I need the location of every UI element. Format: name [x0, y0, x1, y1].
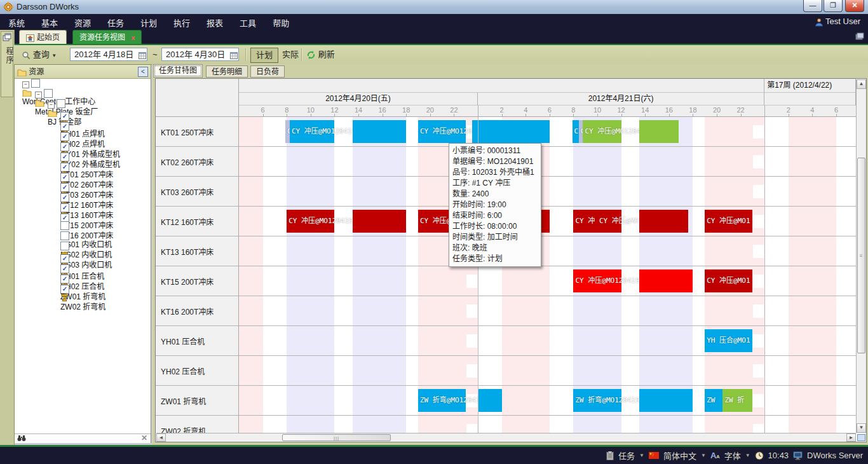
program-panel-tab[interactable]: 程序 — [1, 31, 13, 97]
tree-item[interactable]: ✓KT13 160T冲床 — [15, 191, 151, 201]
query-dropdown-icon[interactable]: ▼ — [51, 53, 57, 58]
restore-button[interactable]: ❐ — [824, 0, 843, 12]
tree-item[interactable]: ✓KT02 260T冲床 — [15, 160, 151, 170]
gantt-task-bar[interactable]: CY 冲 — [573, 210, 597, 233]
actual-toggle-button[interactable]: 实际 — [277, 48, 304, 62]
gantt-task-bar[interactable] — [639, 120, 679, 143]
scroll-right-icon[interactable]: ► — [846, 433, 856, 442]
plan-toggle-button[interactable]: 计划 — [250, 48, 278, 63]
vertical-scroll-thumb[interactable]: ≡ — [857, 158, 865, 353]
menu-item[interactable]: 资源 — [66, 14, 99, 31]
menu-item[interactable]: 计划 — [132, 14, 165, 31]
tab-resource-task-view[interactable]: 资源任务视图 x — [72, 30, 142, 44]
tree-item[interactable]: ✓ZW01 折弯机 — [15, 272, 151, 282]
gantt-task-bar[interactable] — [353, 210, 407, 233]
tree-checkbox[interactable] — [44, 89, 53, 98]
gantt-task-bar[interactable]: ZW 折弯@MO12041901 — [573, 389, 621, 412]
menu-item[interactable]: 系统 — [0, 14, 33, 31]
vertical-scrollbar[interactable]: ▲ ▼ ≡ — [856, 79, 866, 433]
gantt-task-bar[interactable]: C — [285, 120, 290, 143]
tree-item[interactable]: NS01 内收口机 — [15, 221, 151, 231]
tab-list-icon[interactable] — [855, 32, 864, 40]
gantt-task-bar[interactable]: ZW — [705, 389, 722, 412]
gantt-task-bar[interactable]: CY 冲压@MO12041901 — [418, 120, 466, 143]
menu-item[interactable]: 执行 — [165, 14, 198, 31]
scroll-up-icon[interactable]: ▲ — [857, 79, 866, 89]
date-from-field[interactable]: 2012年 4月18日 ▼ — [70, 48, 147, 61]
tree-checkbox[interactable] — [31, 79, 40, 88]
tree-item[interactable]: ✓YH01 压合机 — [15, 252, 151, 262]
tree-checkbox[interactable] — [60, 221, 69, 230]
menu-item[interactable]: 工具 — [231, 14, 264, 31]
panel-collapse-button[interactable]: < — [138, 67, 148, 77]
gantt-task-bar[interactable] — [639, 389, 693, 412]
gantt-task-bar[interactable] — [639, 270, 693, 292]
binoculars-search-icon[interactable] — [17, 435, 26, 442]
horizontal-scrollbar[interactable]: ◄ ► ||| — [156, 433, 856, 442]
calendar-icon[interactable] — [139, 51, 146, 59]
tree-expand-icon[interactable]: − — [35, 92, 42, 99]
menu-item[interactable]: 基本 — [33, 14, 66, 31]
clear-filter-close-icon[interactable]: ✕ — [141, 433, 147, 442]
gantt-tab-gantt-chart[interactable]: 任务甘特图 — [153, 64, 203, 78]
status-font-label[interactable]: 字体 — [724, 449, 741, 461]
gantt-task-bar[interactable] — [472, 120, 550, 143]
calendar-icon[interactable] — [230, 51, 238, 59]
fit-view-icon[interactable] — [857, 434, 865, 441]
menu-item[interactable]: 报表 — [198, 14, 231, 31]
font-dropdown-icon[interactable]: ▼ — [745, 453, 750, 458]
tree-item[interactable]: ✓YH02 压合机 — [15, 262, 151, 272]
tree-expand-icon[interactable]: − — [48, 102, 55, 109]
scroll-left-icon[interactable]: ◄ — [156, 433, 166, 442]
gantt-task-bar[interactable] — [478, 389, 502, 412]
tree-item[interactable]: ✓GY01 外桶成型机 — [15, 130, 151, 140]
language-dropdown-icon[interactable]: ▼ — [701, 453, 706, 458]
gantt-task-bar[interactable]: CY 冲压@MO12041901 — [290, 120, 335, 143]
gantt-tab-daily-load[interactable]: 日负荷 — [250, 65, 285, 78]
tree-expand-icon[interactable]: − — [22, 81, 29, 88]
tree-checkbox[interactable] — [60, 242, 69, 250]
tree-checkbox[interactable] — [60, 231, 69, 240]
tree-item[interactable]: ✓KT01 250T冲床 — [15, 150, 151, 160]
tree-item[interactable]: NS03 内收口机 — [15, 242, 151, 252]
refresh-button[interactable]: 刷新 — [306, 48, 335, 62]
gantt-task-bar[interactable]: YH 压合@MO1 — [705, 329, 752, 352]
tree-item[interactable]: ✓KT15 200T冲床 — [15, 201, 151, 211]
tree-checkbox[interactable] — [57, 99, 65, 108]
gantt-task-bar[interactable]: ZW 折弯@MO12041901 — [418, 389, 466, 412]
tree-item[interactable]: ✓KT16 200T冲床 — [15, 211, 151, 221]
tree-checkbox[interactable]: ✓ — [60, 285, 69, 294]
minimize-button[interactable]: — — [803, 0, 822, 12]
status-tasks-label[interactable]: 任务 — [618, 449, 635, 461]
tree-item[interactable]: −BJ 钣金部 — [15, 99, 151, 109]
date-to-field[interactable]: 2012年 4月30日 ▼ — [161, 48, 239, 61]
gantt-tab-task-detail[interactable]: 任务明细 — [206, 65, 248, 78]
tree-item[interactable]: −Metal Plate 钣金厂 — [15, 89, 151, 99]
gantt-task-bar[interactable]: CY 冲压@MO1 — [705, 210, 752, 233]
query-button[interactable]: 查询 ▼ — [22, 48, 57, 62]
gantt-task-bar[interactable]: C — [573, 120, 579, 143]
horizontal-scroll-thumb[interactable]: ||| — [282, 434, 391, 441]
tasks-dropdown-icon[interactable]: ▼ — [639, 453, 644, 458]
close-button[interactable]: ✕ — [845, 0, 864, 12]
tree-item[interactable]: ✓KT03 260T冲床 — [15, 170, 151, 181]
gantt-task-bar[interactable]: CY 冲压@MO12041904 — [597, 210, 621, 233]
gantt-task-bar[interactable]: CY 冲压@MO12041903 — [573, 270, 621, 292]
gantt-task-bar[interactable] — [353, 120, 407, 143]
gantt-task-bar[interactable] — [639, 210, 688, 233]
menu-item[interactable]: 任务 — [99, 14, 132, 31]
gantt-task-bar[interactable]: C — [579, 120, 583, 143]
tab-home-page[interactable]: 起始页 — [19, 30, 67, 44]
tab-close-icon[interactable]: x — [131, 34, 135, 41]
gantt-task-bar[interactable]: CY 冲压@MO1 — [705, 270, 752, 292]
status-language-label[interactable]: 简体中文 — [663, 449, 696, 461]
tree-item[interactable]: ✓DH01 点焊机 — [15, 109, 151, 119]
tree-item[interactable]: ✓ZW02 折弯机 — [15, 282, 151, 292]
tree-item[interactable]: NS02 内收口机 — [15, 231, 151, 242]
gantt-task-bar[interactable]: CY 冲压@MO12041904 — [287, 210, 334, 233]
tree-item[interactable]: ✓DH02 点焊机 — [15, 119, 151, 130]
tree-item[interactable]: −WorkCenter 工作中心 — [15, 79, 151, 89]
tree-item[interactable]: ✓KT12 160T冲床 — [15, 181, 151, 191]
tree-item[interactable]: ✓GY02 外桶成型机 — [15, 140, 151, 150]
menu-item[interactable]: 帮助 — [264, 14, 297, 31]
